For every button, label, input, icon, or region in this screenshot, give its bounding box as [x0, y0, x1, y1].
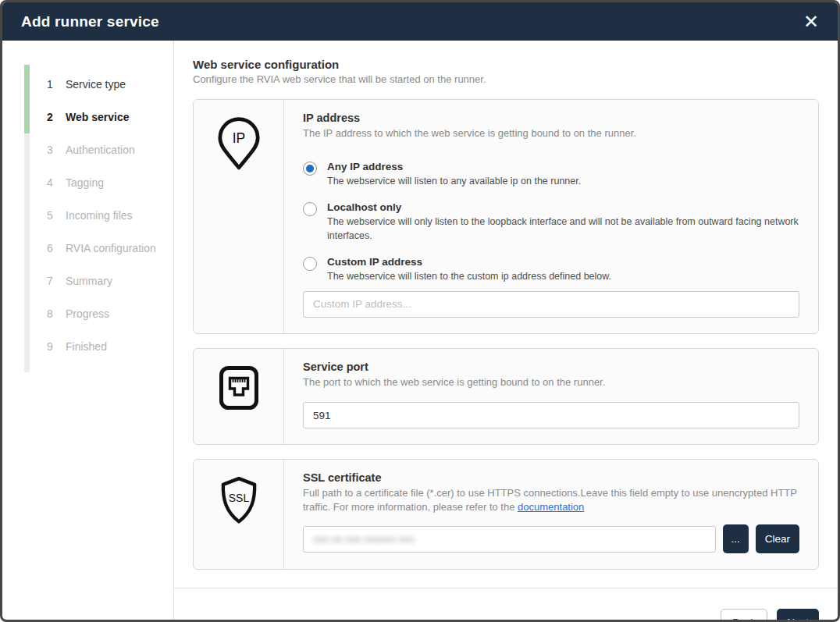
- page-subtitle: Configure the RVIA web service that will…: [193, 73, 819, 85]
- step-label: Authentication: [66, 144, 135, 156]
- step-item-tagging[interactable]: 4 Tagging: [47, 166, 167, 199]
- radio-button-custom-ip[interactable]: [303, 257, 317, 271]
- add-runner-service-dialog: Add runner service ✕ 1 Service type 2 We…: [0, 0, 840, 622]
- step-item-web-service[interactable]: 2 Web service: [47, 101, 167, 133]
- step-number: 5: [47, 209, 66, 222]
- radio-option-any-ip[interactable]: Any IP address The webservice will liste…: [303, 161, 799, 189]
- radio-label: Any IP address: [327, 161, 581, 172]
- ip-address-card: IP IP address The IP address to which th…: [193, 99, 819, 334]
- ssl-card-title: SSL certificate: [303, 471, 799, 484]
- ip-card-title: IP address: [303, 112, 799, 124]
- ethernet-port-icon: [219, 365, 259, 445]
- step-label: Incoming files: [66, 209, 133, 222]
- radio-label: Custom IP address: [327, 256, 611, 268]
- svg-text:SSL: SSL: [228, 492, 249, 504]
- step-label: Progress: [66, 307, 109, 320]
- step-item-summary[interactable]: 7 Summary: [47, 265, 167, 297]
- ip-pin-icon: IP: [216, 116, 262, 333]
- radio-label: Localhost only: [327, 201, 799, 213]
- step-label: Web service: [66, 111, 129, 123]
- step-item-rvia-configuration[interactable]: 6 RVIA configuration: [47, 232, 167, 265]
- step-item-progress[interactable]: 8 Progress: [47, 297, 167, 330]
- step-item-finished[interactable]: 9 Finished: [47, 330, 167, 363]
- step-number: 9: [47, 340, 66, 353]
- step-number: 4: [47, 176, 66, 189]
- radio-option-custom-ip[interactable]: Custom IP address The webservice will li…: [303, 256, 799, 284]
- progress-rail-completed: [24, 65, 30, 133]
- step-number: 6: [47, 242, 66, 254]
- ssl-certificate-card: SSL SSL certificate Full path to a certi…: [193, 459, 819, 570]
- step-number: 8: [47, 307, 66, 320]
- browse-file-button[interactable]: ...: [723, 524, 749, 553]
- step-number: 3: [47, 144, 66, 156]
- custom-ip-input[interactable]: [303, 291, 799, 318]
- port-card-description: The port to which the web service is get…: [303, 375, 799, 389]
- back-button[interactable]: Back: [721, 609, 767, 622]
- radio-button-localhost[interactable]: [303, 202, 317, 216]
- step-item-incoming-files[interactable]: 5 Incoming files: [47, 199, 167, 232]
- service-port-input[interactable]: [303, 402, 799, 428]
- clear-button[interactable]: Clear: [756, 524, 799, 553]
- page-title: Web service configuration: [193, 58, 819, 71]
- dialog-footer: Back Next: [174, 588, 838, 622]
- ssl-certificate-path-input[interactable]: xxx xx xxx xxxxxx xxx: [303, 526, 716, 553]
- next-button[interactable]: Next: [777, 609, 819, 622]
- port-card-title: Service port: [303, 361, 799, 373]
- wizard-step-sidebar: 1 Service type 2 Web service 3 Authentic…: [2, 41, 174, 620]
- step-label: Tagging: [66, 176, 104, 189]
- ssl-path-redacted-value: xxx xx xxx xxxxxx xxx: [313, 533, 415, 545]
- step-label: Summary: [66, 275, 112, 287]
- ip-card-description: The IP address to which the web service …: [303, 126, 799, 140]
- step-item-authentication[interactable]: 3 Authentication: [47, 133, 167, 166]
- step-label: Service type: [66, 78, 126, 91]
- wizard-step-list: 1 Service type 2 Web service 3 Authentic…: [47, 68, 167, 363]
- close-icon[interactable]: ✕: [800, 11, 822, 33]
- step-number: 2: [47, 111, 66, 123]
- dialog-title: Add runner service: [21, 13, 159, 30]
- radio-description: The webservice will listen to the custom…: [327, 270, 611, 284]
- progress-rail-remaining: [24, 133, 30, 372]
- step-number: 7: [47, 275, 66, 287]
- ssl-shield-icon: SSL: [219, 476, 259, 569]
- svg-text:IP: IP: [232, 130, 245, 146]
- step-item-service-type[interactable]: 1 Service type: [47, 68, 167, 101]
- documentation-link[interactable]: documentation: [518, 501, 584, 513]
- step-label: RVIA configuration: [66, 242, 156, 254]
- radio-description: The webservice will listen to any availa…: [327, 175, 581, 189]
- ip-option-group: Any IP address The webservice will liste…: [303, 161, 799, 284]
- progress-rail: [24, 65, 30, 372]
- radio-button-any-ip[interactable]: [303, 162, 317, 176]
- service-port-card: Service port The port to which the web s…: [193, 348, 819, 446]
- radio-option-localhost[interactable]: Localhost only The webservice will only …: [303, 201, 799, 243]
- step-number: 1: [47, 78, 66, 91]
- radio-description: The webservice will only listen to the l…: [327, 215, 799, 243]
- ssl-card-description: Full path to a certificate file (*.cer) …: [303, 486, 799, 514]
- dialog-titlebar: Add runner service ✕: [2, 2, 838, 41]
- step-label: Finished: [66, 340, 107, 353]
